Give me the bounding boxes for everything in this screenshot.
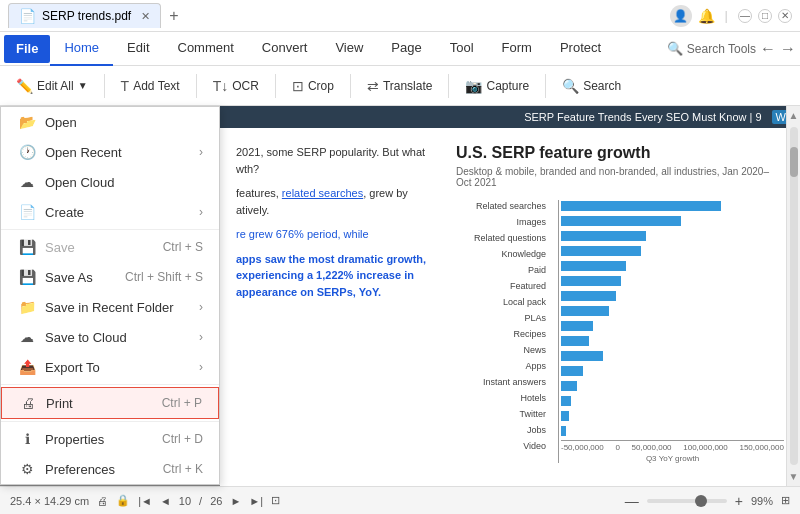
bar-row-14	[561, 395, 784, 407]
fullscreen-icon[interactable]: ⊞	[781, 494, 790, 507]
crop-button[interactable]: ⊡ Crop	[284, 74, 342, 98]
ocr-button[interactable]: T↓ OCR	[205, 74, 267, 98]
menu-item-save-cloud[interactable]: ☁ Save to Cloud ›	[1, 322, 219, 352]
bar-10	[561, 336, 589, 346]
chart-x-axis-label: Q3 YoY growth	[561, 454, 784, 463]
close-button[interactable]: ✕	[778, 9, 792, 23]
page-total: 26	[210, 495, 222, 507]
crop-icon: ⊡	[292, 78, 304, 94]
pdf-icon: 📄	[19, 8, 36, 24]
bar-7	[561, 291, 616, 301]
create-label: Create	[45, 205, 84, 220]
menu-tab-protect[interactable]: Protect	[546, 32, 615, 66]
zoom-minus-button[interactable]: —	[625, 493, 639, 509]
menu-item-save-as[interactable]: 💾 Save As Ctrl + Shift + S	[1, 262, 219, 292]
search-tools-label[interactable]: Search Tools	[687, 42, 756, 56]
zoom-plus-button[interactable]: +	[735, 493, 743, 509]
bar-row-8	[561, 305, 784, 317]
scrollbar[interactable]: ▲ ▼	[786, 106, 800, 486]
export-arrow: ›	[199, 360, 203, 374]
save-as-shortcut: Ctrl + Shift + S	[125, 270, 203, 284]
menu-item-print[interactable]: 🖨 Print Ctrl + P	[1, 387, 219, 419]
menu-item-save-recent[interactable]: 📁 Save in Recent Folder ›	[1, 292, 219, 322]
menu-tab-page[interactable]: Page	[377, 32, 435, 66]
export-icon: 📤	[17, 359, 37, 375]
bar-row-10	[561, 335, 784, 347]
menu-tab-tool[interactable]: Tool	[436, 32, 488, 66]
nav-last-btn[interactable]: ►|	[249, 495, 263, 507]
fit-page-icon[interactable]: ⊡	[271, 494, 280, 507]
menu-tab-home[interactable]: Home	[50, 32, 113, 66]
chart-label: Apps	[456, 360, 546, 373]
menu-item-properties[interactable]: ℹ Properties Ctrl + D	[1, 424, 219, 454]
search-tools-area: 🔍 Search Tools ← →	[667, 40, 796, 58]
menu-tab-view[interactable]: View	[321, 32, 377, 66]
chart-label: Related searches	[456, 200, 546, 213]
new-tab-button[interactable]: +	[165, 7, 182, 25]
translate-button[interactable]: ⇄ Translate	[359, 74, 441, 98]
edit-all-button[interactable]: ✏️ Edit All ▼	[8, 74, 96, 98]
zoom-slider[interactable]	[647, 499, 727, 503]
scroll-track	[790, 127, 798, 465]
bar-row-3	[561, 230, 784, 242]
menu-tab-edit[interactable]: Edit	[113, 32, 163, 66]
export-label: Export To	[45, 360, 100, 375]
search-tools-icon: 🔍	[667, 41, 683, 56]
menu-item-open-recent[interactable]: 🕐 Open Recent ›	[1, 137, 219, 167]
scroll-thumb[interactable]	[790, 147, 798, 177]
separator-2	[196, 74, 197, 98]
profile-icon[interactable]: 👤	[670, 5, 692, 27]
bar-row-15	[561, 410, 784, 422]
x-label-2: 0	[615, 443, 619, 452]
nav-prev-btn[interactable]: ◄	[160, 495, 171, 507]
menu-item-open[interactable]: 📂 Open	[1, 107, 219, 137]
pdf-chart-title: U.S. SERP feature growth	[456, 144, 784, 162]
open-cloud-label: Open Cloud	[45, 175, 114, 190]
scroll-up-arrow[interactable]: ▲	[785, 106, 800, 125]
open-icon: 📂	[17, 114, 37, 130]
bar-row-12	[561, 365, 784, 377]
nav-next-btn[interactable]: ►	[230, 495, 241, 507]
bar-4	[561, 246, 641, 256]
chart-label: Recipes	[456, 328, 546, 341]
properties-icon: ℹ	[17, 431, 37, 447]
menu-tab-comment[interactable]: Comment	[164, 32, 248, 66]
chart-label: Local pack	[456, 296, 546, 309]
nav-first-btn[interactable]: |◄	[138, 495, 152, 507]
separator-6	[545, 74, 546, 98]
bar-row-6	[561, 275, 784, 287]
maximize-button[interactable]: □	[758, 9, 772, 23]
tab-close-button[interactable]: ✕	[141, 10, 150, 23]
menu-item-create[interactable]: 📄 Create ›	[1, 197, 219, 227]
menu-item-open-cloud[interactable]: ☁ Open Cloud	[1, 167, 219, 197]
document-tab[interactable]: 📄 SERP trends.pdf ✕	[8, 3, 161, 28]
file-menu-button[interactable]: File	[4, 35, 50, 63]
nav-back-icon[interactable]: ←	[760, 40, 776, 58]
chart-label: Jobs	[456, 424, 546, 437]
scroll-down-arrow[interactable]: ▼	[785, 467, 800, 486]
search-icon: 🔍	[562, 78, 579, 94]
pdf-left-column: 2021, some SERP popularity. But what wth…	[236, 144, 436, 463]
capture-button[interactable]: 📷 Capture	[457, 74, 537, 98]
pdf-right-column: U.S. SERP feature growth Desktop & mobil…	[456, 144, 784, 463]
menu-tab-form[interactable]: Form	[488, 32, 546, 66]
title-bar: 📄 SERP trends.pdf ✕ + 👤 🔔 | — □ ✕	[0, 0, 800, 32]
search-button[interactable]: 🔍 Search	[554, 74, 629, 98]
translate-icon: ⇄	[367, 78, 379, 94]
nav-forward-icon[interactable]: →	[780, 40, 796, 58]
chart-label: Featured	[456, 280, 546, 293]
add-text-button[interactable]: T Add Text	[113, 74, 188, 98]
bar-row-16	[561, 425, 784, 437]
properties-shortcut: Ctrl + D	[162, 432, 203, 446]
menu-tab-convert[interactable]: Convert	[248, 32, 322, 66]
bar-15	[561, 411, 569, 421]
add-text-icon: T	[121, 78, 130, 94]
page-info: 10	[179, 495, 191, 507]
save-as-label: Save As	[45, 270, 93, 285]
menu-item-export[interactable]: 📤 Export To ›	[1, 352, 219, 382]
chart-bars-wrapper: -50,000,000 0 50,000,000 100,000,000 150…	[554, 200, 784, 463]
minimize-button[interactable]: —	[738, 9, 752, 23]
menu-item-preferences[interactable]: ⚙ Preferences Ctrl + K	[1, 454, 219, 484]
save-recent-icon: 📁	[17, 299, 37, 315]
save-recent-arrow: ›	[199, 300, 203, 314]
